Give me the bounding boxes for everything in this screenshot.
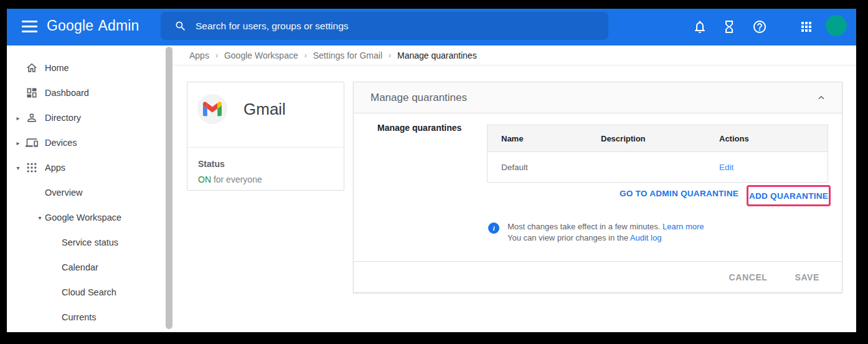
audit-log-link[interactable]: Audit log [630, 233, 662, 242]
home-icon [26, 62, 38, 74]
save-button[interactable]: SAVE [795, 272, 820, 282]
learn-more-link[interactable]: Learn more [663, 222, 704, 231]
info-line-2: You can view prior changes in the Audit … [507, 232, 704, 244]
go-to-admin-quarantine-button[interactable]: GO TO ADMIN QUARANTINE [620, 189, 738, 198]
sidebar-item-label: Cloud Search [62, 287, 116, 297]
notifications-bell-icon[interactable] [692, 19, 707, 34]
help-icon[interactable] [752, 19, 767, 34]
status-value: ON for everyone [198, 174, 333, 184]
column-header-description: Description [601, 134, 719, 143]
sidebar-item-label: Currents [62, 312, 97, 322]
info-icon: i [488, 222, 499, 234]
sidebar-item-home[interactable]: Home [7, 55, 172, 80]
sidebar-item-label: Directory [45, 113, 81, 123]
breadcrumb-current: Manage quarantines [397, 50, 477, 60]
table-header-row: Name Description Actions [488, 125, 828, 152]
menu-icon[interactable] [22, 21, 37, 33]
search-bar[interactable] [161, 12, 608, 40]
top-app-bar: GoogleAdmin [7, 9, 856, 45]
edit-link[interactable]: Edit [719, 163, 734, 172]
logo-admin-text: Admin [98, 17, 139, 34]
table-row: Default Edit [488, 152, 828, 182]
sidebar-item-overview[interactable]: Overview [7, 180, 172, 205]
sidebar-item-label: Google Workspace [45, 213, 121, 222]
gmail-card-title: Gmail [243, 100, 286, 119]
quarantines-table: Name Description Actions Default Edit [487, 125, 828, 183]
status-on-badge: ON [198, 174, 211, 184]
gmail-card-status-section: Status ON for everyone [187, 148, 344, 184]
panel-footer: CANCEL SAVE [354, 261, 842, 292]
panel-title: Manage quarantines [370, 92, 467, 104]
section-label: Manage quarantines [377, 123, 461, 133]
google-admin-logo: GoogleAdmin [47, 17, 139, 34]
apps-icon [26, 161, 38, 174]
search-input[interactable] [196, 21, 608, 32]
info-line-1: Most changes take effect in a few minute… [507, 221, 704, 232]
screenshot-frame: GoogleAdmin Home Dashboard ▸ [0, 0, 868, 344]
chevron-right-icon: › [389, 51, 391, 60]
chevron-up-icon[interactable] [817, 93, 826, 102]
gmail-status-card: Gmail Status ON for everyone [187, 82, 344, 191]
breadcrumb-settings-for-gmail[interactable]: Settings for Gmail [313, 50, 382, 60]
gmail-card-header: Gmail [187, 82, 344, 148]
tasks-hourglass-icon[interactable] [722, 19, 737, 34]
quarantine-name-cell: Default [501, 163, 601, 172]
sidebar-item-calendar[interactable]: Calendar [7, 255, 172, 280]
breadcrumb-apps[interactable]: Apps [189, 50, 209, 60]
info-text: Most changes take effect in a few minute… [507, 221, 704, 243]
logo-google-text: Google [47, 17, 93, 34]
panel-header[interactable]: Manage quarantines [354, 82, 842, 113]
manage-quarantines-panel: Manage quarantines Manage quarantines Na… [353, 82, 842, 293]
sidebar-item-directory[interactable]: ▸ Directory [7, 105, 172, 130]
column-header-actions: Actions [719, 134, 828, 143]
sidebar-item-label: Calendar [62, 262, 98, 272]
sidebar-item-devices[interactable]: ▸ Devices [7, 130, 172, 155]
sidebar-nav: Home Dashboard ▸ Directory ▸ Devices ▾ A… [7, 45, 172, 332]
expand-right-icon: ▸ [14, 115, 22, 122]
annotation-highlight-box: ADD QUARANTINE [747, 185, 831, 206]
expand-right-icon: ▸ [14, 140, 22, 146]
info-note: i Most changes take effect in a few minu… [488, 221, 704, 243]
main-content: Apps › Google Workspace › Settings for G… [172, 45, 856, 332]
cancel-button[interactable]: CANCEL [729, 272, 768, 282]
info-line1-text: Most changes take effect in a few minute… [507, 222, 663, 231]
gmail-logo-icon [197, 94, 227, 124]
sidebar-item-label: Overview [45, 188, 82, 198]
panel-body: Manage quarantines Name Description Acti… [354, 113, 842, 261]
devices-icon [26, 136, 38, 149]
admin-console-window: GoogleAdmin Home Dashboard ▸ [7, 9, 856, 332]
search-icon [174, 20, 187, 32]
add-quarantine-button[interactable]: ADD QUARANTINE [749, 191, 828, 201]
chevron-right-icon: › [304, 51, 307, 60]
column-header-name: Name [501, 134, 601, 143]
sidebar-item-cloud-search[interactable]: Cloud Search [7, 280, 172, 305]
status-scope: for everyone [211, 174, 262, 184]
account-avatar[interactable] [826, 15, 847, 36]
sidebar-item-service-status[interactable]: Service status [7, 230, 172, 255]
sidebar-item-apps[interactable]: ▾ Apps [7, 155, 172, 180]
sidebar-item-dashboard[interactable]: Dashboard [7, 80, 172, 105]
sidebar-item-label: Apps [45, 163, 65, 173]
dashboard-icon [26, 87, 38, 99]
info-line2-text: You can view prior changes in the [507, 233, 630, 242]
sidebar-item-label: Devices [45, 138, 77, 148]
sidebar-item-currents[interactable]: Currents [7, 305, 172, 330]
sidebar-item-google-workspace[interactable]: ▾ Google Workspace [7, 205, 172, 230]
sidebar-item-label: Service status [62, 237, 118, 247]
sidebar-item-label: Dashboard [45, 88, 89, 98]
expand-down-icon: ▾ [14, 165, 22, 171]
expand-down-icon: ▾ [36, 214, 44, 221]
status-label: Status [198, 159, 333, 169]
sidebar-scrollbar[interactable] [166, 47, 172, 329]
apps-grid-icon[interactable] [799, 19, 814, 34]
breadcrumb-google-workspace[interactable]: Google Workspace [224, 50, 298, 60]
person-icon [26, 112, 38, 124]
breadcrumb: Apps › Google Workspace › Settings for G… [172, 45, 856, 65]
chevron-right-icon: › [215, 51, 218, 60]
sidebar-item-label: Home [45, 63, 69, 73]
